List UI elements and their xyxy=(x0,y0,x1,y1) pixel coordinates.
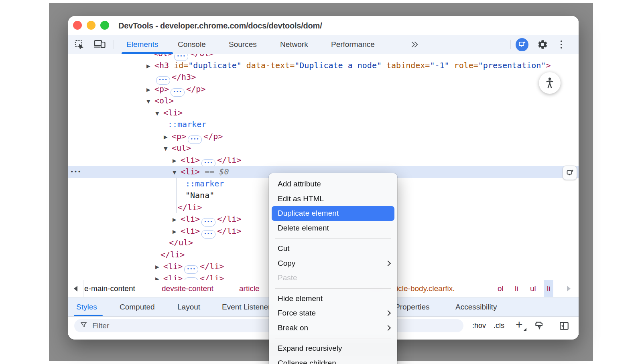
expand-arrow-icon[interactable]: ▶ xyxy=(164,131,172,143)
minimize-window-button[interactable] xyxy=(87,21,95,30)
menu-item-collapse-children[interactable]: Collapse children xyxy=(269,356,397,364)
dom-tree-row[interactable]: ▼<ul> xyxy=(68,142,579,154)
sidebar-tab-event-listeners[interactable]: Event Listeners xyxy=(222,297,274,316)
menu-item-break-on[interactable]: Break on xyxy=(269,321,397,336)
dom-token-val: "duplicate" xyxy=(188,61,241,70)
dom-token-attr: id= xyxy=(174,61,188,70)
tab-elements[interactable]: Elements xyxy=(126,35,158,54)
expand-arrow-icon[interactable]: ▶ xyxy=(155,261,163,273)
dom-token-tag: </li> xyxy=(178,202,202,212)
dom-token-attr: role= xyxy=(454,61,478,70)
window-title: DevTools - developer.chrome.com/docs/dev… xyxy=(118,16,322,35)
menu-item-delete-element[interactable]: Delete element xyxy=(269,221,397,236)
dom-tree-row[interactable]: ▶<p></p> xyxy=(68,83,579,95)
dom-tree-row[interactable]: ::marker xyxy=(68,119,579,131)
submenu-chevron-icon xyxy=(385,310,391,316)
dom-token-val: "presentation" xyxy=(478,61,546,70)
collapse-arrow-icon[interactable]: ▼ xyxy=(155,107,163,119)
dom-token-val: "-1" xyxy=(430,61,449,70)
expand-arrow-icon[interactable]: ▶ xyxy=(146,60,154,72)
dom-tree-row[interactable]: ▼<li> xyxy=(68,107,579,119)
expand-arrow-icon[interactable]: ▶ xyxy=(173,226,181,238)
more-panels-chevron-icon[interactable] xyxy=(410,35,419,54)
rendering-brush-icon[interactable] xyxy=(534,320,545,332)
tab-sources[interactable]: Sources xyxy=(229,35,257,54)
row-actions-dots-icon[interactable]: ••• xyxy=(70,166,81,178)
dom-tree-row[interactable]: ▶<p></p> xyxy=(68,131,579,143)
dom-token-tag: > xyxy=(546,61,551,70)
dom-token-tag: <ul> xyxy=(172,143,191,153)
menu-item-add-attribute[interactable]: Add attribute xyxy=(269,177,397,192)
ai-assistance-icon[interactable] xyxy=(563,166,577,180)
toggle-device-toolbar-icon[interactable] xyxy=(93,38,106,51)
selected-tab-underline xyxy=(74,315,103,316)
sidebar-tab-computed[interactable]: Computed xyxy=(120,297,155,316)
dom-token-tag: <ol> xyxy=(154,96,174,105)
settings-gear-icon[interactable] xyxy=(536,38,549,51)
dom-token-tag: <li> xyxy=(181,167,200,176)
element-classes-button[interactable]: .cls xyxy=(494,317,504,335)
collapse-arrow-icon[interactable]: ▼ xyxy=(146,95,154,107)
dom-tree-row[interactable]: ▶<li></li> xyxy=(68,154,579,166)
menu-item-copy[interactable]: Copy xyxy=(269,256,397,271)
expand-arrow-icon[interactable]: ▶ xyxy=(173,155,181,167)
menu-separator xyxy=(269,285,397,291)
menu-item-cut[interactable]: Cut xyxy=(269,241,397,256)
breadcrumb-item[interactable]: ol xyxy=(498,280,504,297)
sidebar-tab-layout[interactable]: Layout xyxy=(177,297,200,316)
dom-token-tag: </ol> xyxy=(190,54,214,58)
new-style-rule-plus-icon[interactable] xyxy=(515,320,527,332)
breadcrumb-item[interactable]: li xyxy=(515,280,518,297)
dom-token-tag: <li> xyxy=(181,155,200,165)
dom-token-tag: </li> xyxy=(217,226,241,236)
tab-network[interactable]: Network xyxy=(280,35,308,54)
dom-token-pseudo: ::marker xyxy=(185,179,224,188)
breadcrumb-item[interactable]: article xyxy=(239,280,260,297)
more-options-kebab-icon[interactable] xyxy=(555,38,568,51)
breadcrumb-item-selected[interactable]: li xyxy=(544,280,553,297)
expand-arrow-icon[interactable]: ▶ xyxy=(155,273,163,280)
tab-performance[interactable]: Performance xyxy=(331,35,375,54)
menu-item-hide-element[interactable]: Hide element xyxy=(269,291,397,306)
dom-tree-row[interactable]: </h3> xyxy=(68,71,579,83)
dom-token-grey: == xyxy=(200,167,219,176)
ai-assistance-icon[interactable] xyxy=(516,38,528,51)
dom-tree-row[interactable]: <ol></ol> xyxy=(68,54,579,60)
toolbar-divider xyxy=(510,40,511,49)
dom-token-tag: </li> xyxy=(217,214,241,224)
breadcrumb-item[interactable]: devsite-content xyxy=(162,280,213,297)
collapse-arrow-icon[interactable]: ▼ xyxy=(164,143,172,155)
breadcrumb-back-icon[interactable] xyxy=(68,280,83,297)
accessibility-person-icon[interactable] xyxy=(539,72,561,94)
menu-item-expand-recursively[interactable]: Expand recursively xyxy=(269,341,397,356)
menu-item-edit-as-html[interactable]: Edit as HTML xyxy=(269,192,397,206)
menu-item-duplicate-element[interactable]: Duplicate element xyxy=(272,206,394,221)
sidebar-tab-styles[interactable]: Styles xyxy=(76,297,97,316)
screenshot-stage: DevTools - developer.chrome.com/docs/dev… xyxy=(0,0,642,364)
dom-token-tag: </p> xyxy=(203,131,223,141)
dom-token-tag: <h3 xyxy=(154,61,169,70)
toggle-element-state-button[interactable]: :hov xyxy=(472,317,486,335)
zoom-window-button[interactable] xyxy=(100,21,109,30)
dock-side-icon[interactable] xyxy=(559,320,570,332)
window-titlebar: DevTools - developer.chrome.com/docs/dev… xyxy=(68,16,579,35)
close-window-button[interactable] xyxy=(73,21,82,30)
tab-console[interactable]: Console xyxy=(178,35,206,54)
dom-token-plain xyxy=(449,61,454,70)
breadcrumb-forward-icon[interactable] xyxy=(560,280,577,297)
dom-token-plain xyxy=(242,61,246,70)
inspect-element-icon[interactable] xyxy=(73,38,86,51)
expand-arrow-icon[interactable]: ▶ xyxy=(146,84,154,96)
indent-guide-line xyxy=(176,178,177,213)
dom-tree-row[interactable]: ▼<ol> xyxy=(68,95,579,107)
expand-arrow-icon[interactable]: ▶ xyxy=(173,214,181,226)
sidebar-tab-accessibility[interactable]: Accessibility xyxy=(455,297,497,316)
dom-tree-row[interactable]: ▶<h3 id="duplicate" data-text="Duplicate… xyxy=(68,60,579,72)
dom-token-tag: </li> xyxy=(200,261,224,271)
dom-token-tag: <p> xyxy=(172,131,186,141)
sidebar-tab-properties[interactable]: Properties xyxy=(395,297,430,316)
breadcrumb-item[interactable]: ul xyxy=(530,280,536,297)
breadcrumb-item[interactable]: e-main-content xyxy=(84,280,135,297)
collapse-arrow-icon[interactable]: ▼ xyxy=(173,166,181,178)
menu-item-force-state[interactable]: Force state xyxy=(269,306,397,321)
